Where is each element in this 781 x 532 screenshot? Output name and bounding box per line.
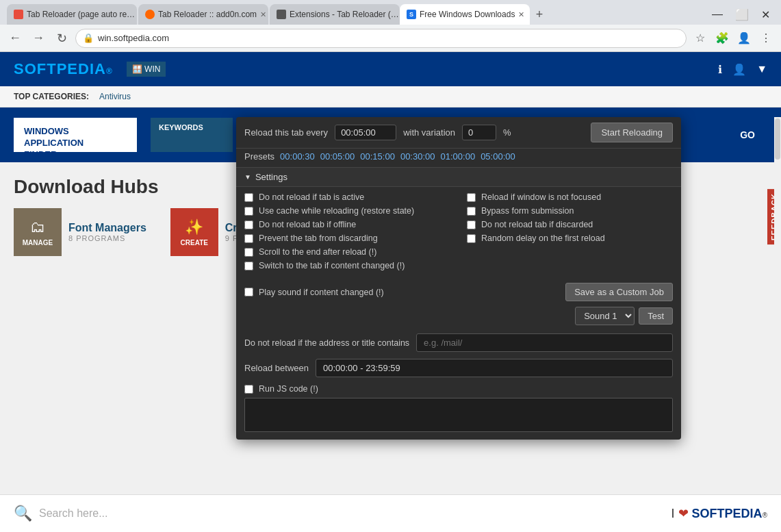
header-icon-user[interactable]: 👤 — [732, 63, 746, 76]
cb-play-sound[interactable]: Play sound if content changed (!) — [244, 288, 384, 297]
close-button[interactable]: ✕ — [756, 8, 776, 21]
bottom-search-bar: 🔍 Search here... I ❤ SOFTPEDIA® — [0, 494, 781, 532]
cb-reload-unfocused[interactable]: Reload if window is not focused — [467, 192, 673, 202]
play-sound-section: Play sound if content changed (!) Save a… — [236, 280, 681, 304]
menu-icon[interactable]: ⋮ — [756, 29, 776, 48]
brand-symbol: ® — [763, 511, 767, 519]
cb-no-reload-discarded[interactable]: Do not reload tab if discarded — [467, 220, 673, 229]
address-bar[interactable]: 🔒 win.softpedia.com — [75, 29, 687, 48]
back-button[interactable]: ← — [5, 29, 25, 48]
browser-chrome: Tab Reloader (page auto re… ✕ Tab Reload… — [0, 0, 781, 52]
settings-grid: Do not reload if tab is active Use cache… — [236, 187, 681, 280]
reload-time-input[interactable] — [335, 125, 396, 140]
cb-prevent-discard[interactable]: Prevent the tab from discarding — [244, 233, 450, 243]
cb-bypass-form[interactable]: Bypass form submission — [467, 206, 673, 216]
preset-05-00[interactable]: 00:05:00 — [320, 151, 355, 162]
tab2-close[interactable]: ✕ — [260, 10, 266, 19]
cb-scroll-end-label: Scroll to the end after reload (!) — [259, 247, 376, 257]
cb-run-js[interactable]: Run JS code (!) — [244, 384, 673, 394]
sound-select[interactable]: Sound 1 Sound 2 Sound 3 — [575, 307, 635, 325]
cb-use-cache[interactable]: Use cache while reloading (restore state… — [244, 206, 450, 216]
cb-no-reload-active-label: Do not reload if tab is active — [259, 192, 364, 202]
cb-no-reload-active[interactable]: Do not reload if tab is active — [244, 192, 450, 202]
settings-col-left: Do not reload if tab is active Use cache… — [236, 187, 459, 280]
header-icon-info[interactable]: ℹ — [718, 63, 722, 76]
cb-use-cache-input[interactable] — [244, 207, 253, 216]
address-filter-input[interactable] — [416, 333, 673, 352]
bookmark-icon[interactable]: ☆ — [691, 29, 710, 48]
settings-header[interactable]: ▼ Settings — [236, 167, 681, 187]
logo-symbol: ® — [106, 66, 113, 76]
reload-between-input[interactable] — [316, 359, 673, 377]
preset-15-00[interactable]: 00:15:00 — [360, 151, 395, 162]
tab2-favicon — [145, 10, 155, 19]
cb-no-reload-active-input[interactable] — [244, 193, 253, 202]
refresh-button[interactable]: ↻ — [52, 29, 71, 48]
start-reloading-button[interactable]: Start Reloading — [591, 123, 673, 142]
cb-no-reload-offline[interactable]: Do not reload tab if offline — [244, 220, 450, 229]
header-dropdown[interactable]: ▼ — [756, 63, 767, 75]
go-button[interactable]: GO — [728, 124, 767, 146]
search-icon: 🔍 — [14, 505, 32, 522]
cb-reload-unfocused-label: Reload if window is not focused — [481, 192, 601, 202]
tab4-close[interactable]: ✕ — [518, 10, 524, 19]
category-antivirus[interactable]: Antivirus — [99, 92, 131, 101]
cb-switch-tab-input[interactable] — [244, 262, 253, 270]
profile-icon[interactable]: 👤 — [734, 29, 754, 48]
cb-scroll-end-input[interactable] — [244, 248, 253, 257]
cb-scroll-end[interactable]: Scroll to the end after reload (!) — [244, 247, 450, 257]
add-tab-button[interactable]: + — [530, 5, 549, 24]
tab4-favicon: S — [407, 10, 416, 19]
scrollbar[interactable] — [774, 117, 781, 494]
cb-prevent-discard-input[interactable] — [244, 234, 253, 243]
save-custom-job-button[interactable]: Save as a Custom Job — [565, 283, 673, 301]
header-nav: ℹ 👤 ▼ — [718, 63, 767, 76]
preset-01-00[interactable]: 01:00:00 — [441, 151, 476, 162]
search-placeholder: Search here... — [39, 507, 108, 520]
cb-switch-tab[interactable]: Switch to the tab if content changed (!) — [244, 261, 450, 270]
cb-play-sound-input[interactable] — [244, 288, 253, 296]
extensions-puzzle-icon[interactable]: 🧩 — [713, 29, 732, 48]
tab1-favicon — [14, 10, 23, 19]
variation-label: with variation — [403, 127, 455, 138]
cb-random-delay-input[interactable] — [467, 234, 476, 243]
hub-name-manage[interactable]: Font Managers — [68, 222, 146, 234]
hub-icon-manage[interactable]: 🗂 MANAGE — [14, 208, 62, 256]
cb-reload-unfocused-input[interactable] — [467, 193, 476, 202]
settings-section: ▼ Settings Do not reload if tab is activ… — [236, 167, 681, 440]
settings-label: Settings — [255, 172, 287, 182]
address-filter-label: Do not reload if the address or title co… — [244, 338, 409, 348]
preset-00-30[interactable]: 00:00:30 — [280, 151, 315, 162]
tab-4[interactable]: S Free Windows Downloads ✕ — [400, 4, 530, 25]
maximize-button[interactable]: ⬜ — [730, 8, 754, 21]
address-filter-row: Do not reload if the address or title co… — [236, 331, 681, 355]
forward-button[interactable]: → — [29, 29, 48, 48]
tab-2[interactable]: Tab Reloader :: add0n.com ✕ — [138, 4, 268, 25]
manage-icon: 🗂 — [30, 218, 45, 236]
js-code-textarea[interactable] — [244, 398, 673, 432]
test-sound-button[interactable]: Test — [639, 307, 673, 325]
cb-no-reload-offline-input[interactable] — [244, 220, 253, 229]
scrollbar-thumb — [775, 118, 780, 160]
tab-3[interactable]: Extensions - Tab Reloader (… ✕ — [270, 4, 400, 25]
cb-random-delay[interactable]: Random delay on the first reload — [467, 233, 673, 243]
tab-1[interactable]: Tab Reloader (page auto re… ✕ — [7, 4, 137, 25]
hub-icon-create[interactable]: ✨ CREATE — [170, 208, 218, 256]
header-win-badge: 🪟 WIN — [127, 62, 166, 77]
keywords-label: KEYWORDS — [159, 123, 225, 131]
finder-title: WINDOWS APPLICATION FINDER — [24, 126, 127, 161]
tab3-favicon — [277, 10, 286, 19]
cb-prevent-discard-label: Prevent the tab from discarding — [259, 233, 378, 243]
categories-label: TOP CATEGORIES: — [14, 92, 89, 101]
preset-30-00[interactable]: 00:30:00 — [400, 151, 435, 162]
cb-run-js-input[interactable] — [244, 385, 253, 394]
js-section: Run JS code (!) — [236, 381, 681, 440]
cb-use-cache-label: Use cache while reloading (restore state… — [259, 206, 414, 216]
cb-bypass-form-input[interactable] — [467, 207, 476, 216]
minimize-button[interactable]: — — [706, 8, 728, 21]
preset-05-00-2[interactable]: 05:00:00 — [481, 151, 515, 162]
variation-input[interactable] — [462, 125, 496, 140]
cb-switch-tab-label: Switch to the tab if content changed (!) — [259, 261, 405, 270]
cb-no-reload-discarded-input[interactable] — [467, 220, 476, 229]
hub-card-manage: 🗂 MANAGE Font Managers 8 PROGRAMS — [14, 208, 146, 256]
